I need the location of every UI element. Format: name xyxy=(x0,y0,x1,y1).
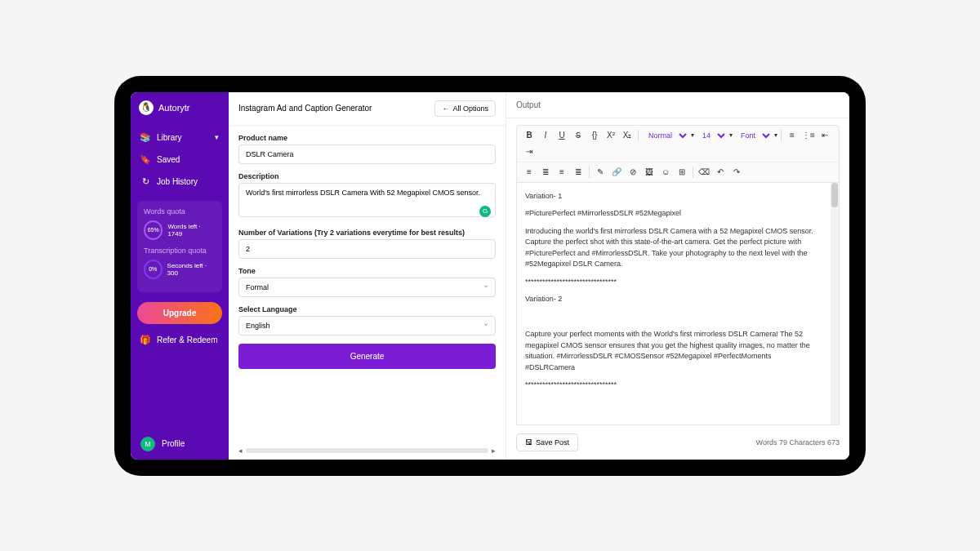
sidebar: 🐧 Autorytr 📚 Library ▾ 🔖 Saved ↻ Job His… xyxy=(131,92,229,460)
embed-button[interactable]: ⊞ xyxy=(675,165,689,180)
profile-label: Profile xyxy=(162,439,185,448)
indent-decrease-button[interactable]: ⇤ xyxy=(817,128,832,143)
link-button[interactable]: 🔗 xyxy=(609,165,624,180)
generate-button[interactable]: Generate xyxy=(238,344,496,369)
sidebar-item-saved[interactable]: 🔖 Saved xyxy=(131,149,229,171)
variation-1-tags: #PicturePerfect #MirrorlessDSLR #52Megap… xyxy=(525,208,822,220)
scroll-thumb[interactable] xyxy=(831,183,838,207)
color-picker-button[interactable]: ✎ xyxy=(593,165,608,180)
italic-button[interactable]: I xyxy=(538,128,553,143)
language-field: Select Language English xyxy=(238,305,496,335)
all-options-label: All Options xyxy=(452,104,488,113)
transcription-quota-text: Seconds left · 300 xyxy=(167,262,216,277)
variations-label: Number of Variations (Try 2 variations e… xyxy=(238,229,496,237)
unlink-button[interactable]: ⊘ xyxy=(626,165,640,180)
font-size-select[interactable]: 14 xyxy=(696,129,728,142)
font-family-select[interactable]: Font xyxy=(734,129,773,142)
all-options-button[interactable]: ← All Options xyxy=(434,100,496,117)
sidebar-item-label: Job History xyxy=(157,177,198,186)
upgrade-button[interactable]: Upgrade xyxy=(137,302,222,324)
scroll-track[interactable] xyxy=(246,448,488,453)
form-header: Instagram Ad and Caption Generator ← All… xyxy=(229,92,506,126)
library-icon: 📚 xyxy=(140,132,150,143)
output-panel: Output B I U S̶ {} X² X₂ Normal ▾ 14 ▾ F… xyxy=(506,92,849,460)
align-center-button[interactable]: ≣ xyxy=(538,165,553,180)
transcription-quota-ring-icon: 0% xyxy=(144,260,163,279)
strike-button[interactable]: S̶ xyxy=(571,128,586,143)
horizontal-scrollbar[interactable]: ◂ ▸ xyxy=(229,442,506,460)
editor-container: Variation- 1 #PicturePerfect #Mirrorless… xyxy=(516,183,840,425)
word-char-count: Words 79 Characters 673 xyxy=(756,438,840,447)
gift-icon: 🎁 xyxy=(140,335,150,345)
tone-select[interactable]: Formal xyxy=(238,278,496,297)
form-body: Product name Description G Number of Var… xyxy=(229,126,506,377)
separator-text: ******************************** xyxy=(525,277,822,288)
paragraph-style-select[interactable]: Normal xyxy=(642,129,689,142)
language-select[interactable]: English xyxy=(238,316,496,335)
variations-input[interactable] xyxy=(238,239,496,259)
variation-1-body: Introducing the world's first mirrorless… xyxy=(525,226,822,270)
description-field: Description G xyxy=(238,172,496,220)
chevron-down-icon: ▾ xyxy=(729,131,733,139)
avatar: M xyxy=(140,437,155,451)
save-post-button[interactable]: 🖫 Save Post xyxy=(516,433,578,451)
grammarly-icon: G xyxy=(479,206,491,217)
variation-2-title: Variation- 2 xyxy=(525,294,822,305)
sidebar-nav: 📚 Library ▾ 🔖 Saved ↻ Job History xyxy=(131,123,229,196)
scroll-right-icon[interactable]: ▸ xyxy=(492,447,496,455)
toolbar-separator xyxy=(693,167,693,178)
description-input[interactable] xyxy=(238,183,496,217)
sidebar-item-refer[interactable]: 🎁 Refer & Redeem xyxy=(131,329,229,351)
align-justify-button[interactable]: ≣ xyxy=(571,165,586,180)
words-quota-ring-icon: 65% xyxy=(144,220,163,240)
sidebar-item-profile[interactable]: M Profile xyxy=(131,429,229,460)
align-right-button[interactable]: ≡ xyxy=(555,165,569,180)
variation-2-body: Capture your perfect moments with the Wo… xyxy=(525,329,822,373)
words-quota-text: Words left · 1749 xyxy=(167,223,216,238)
indent-increase-button[interactable]: ⇥ xyxy=(522,144,537,159)
chevron-down-icon: ▾ xyxy=(774,131,777,139)
description-label: Description xyxy=(238,172,496,180)
emoji-button[interactable]: ☺ xyxy=(658,165,673,180)
scroll-left-icon[interactable]: ◂ xyxy=(238,447,243,455)
toolbar-separator xyxy=(638,130,639,141)
transcription-quota-row: 0% Seconds left · 300 xyxy=(144,260,216,279)
bookmark-icon: 🔖 xyxy=(140,154,150,165)
transcription-quota-title: Transcription quota xyxy=(144,247,216,255)
arrow-left-icon: ← xyxy=(442,104,449,113)
chevron-down-icon: ▾ xyxy=(215,133,219,141)
variations-field: Number of Variations (Try 2 variations e… xyxy=(238,229,496,259)
save-post-label: Save Post xyxy=(536,438,569,447)
bold-button[interactable]: B xyxy=(522,128,537,143)
words-quota-title: Words quota xyxy=(144,207,216,216)
output-title: Output xyxy=(506,92,849,118)
undo-button[interactable]: ↶ xyxy=(713,165,728,180)
code-block-button[interactable]: {} xyxy=(587,128,602,143)
image-button[interactable]: 🖼 xyxy=(642,165,657,180)
variation-1-title: Variation- 1 xyxy=(525,191,822,202)
list-ordered-button[interactable]: ≡ xyxy=(785,128,800,143)
editor-content[interactable]: Variation- 1 #PicturePerfect #Mirrorless… xyxy=(517,183,831,424)
brand-logo-icon: 🐧 xyxy=(139,100,154,115)
redo-button[interactable]: ↷ xyxy=(729,165,744,180)
form-panel: Instagram Ad and Caption Generator ← All… xyxy=(229,92,506,460)
underline-button[interactable]: U xyxy=(555,128,569,143)
product-name-input[interactable] xyxy=(238,144,496,164)
app-screen: 🐧 Autorytr 📚 Library ▾ 🔖 Saved ↻ Job His… xyxy=(131,92,849,460)
toolbar-separator xyxy=(781,130,782,141)
subscript-button[interactable]: X₂ xyxy=(620,128,635,143)
sidebar-item-label: Library xyxy=(157,133,182,142)
eraser-button[interactable]: ⌫ xyxy=(697,165,711,180)
vertical-scrollbar[interactable] xyxy=(831,183,839,424)
superscript-button[interactable]: X² xyxy=(604,128,618,143)
sidebar-item-label: Saved xyxy=(157,155,180,164)
editor-toolbar: B I U S̶ {} X² X₂ Normal ▾ 14 ▾ Font ▾ ≡… xyxy=(516,125,840,183)
align-left-button[interactable]: ≡ xyxy=(522,165,537,180)
history-icon: ↻ xyxy=(140,176,150,187)
chevron-down-icon: ▾ xyxy=(691,131,694,139)
sidebar-item-job-history[interactable]: ↻ Job History xyxy=(131,171,229,193)
separator-text: ******************************** xyxy=(525,380,822,391)
list-unordered-button[interactable]: ⋮≡ xyxy=(801,128,816,143)
page-title: Instagram Ad and Caption Generator xyxy=(238,104,372,113)
sidebar-item-library[interactable]: 📚 Library ▾ xyxy=(131,127,229,149)
